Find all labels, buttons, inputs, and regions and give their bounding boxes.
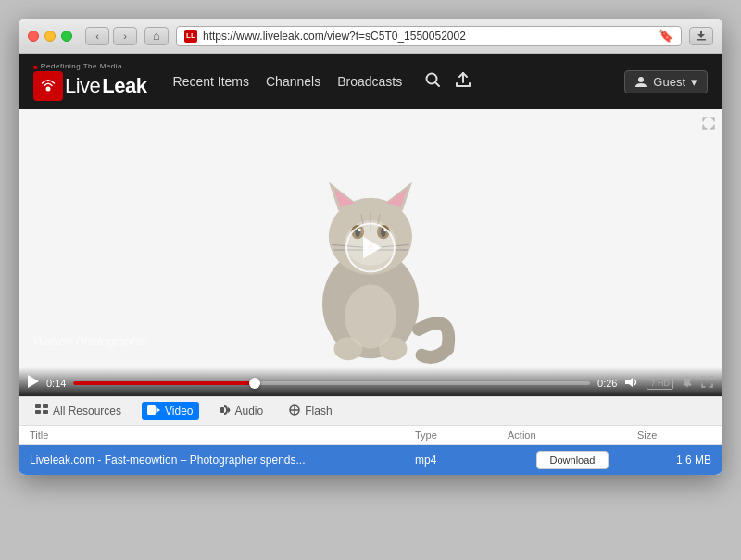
all-resources-label: All Resources	[53, 404, 121, 417]
play-pause-button[interactable]	[28, 375, 39, 391]
traffic-lights	[28, 31, 72, 42]
col-action: Action	[508, 429, 637, 441]
svg-rect-0	[697, 39, 706, 41]
svg-marker-33	[157, 407, 161, 413]
flash-tab-label: Flash	[305, 404, 332, 417]
svg-rect-32	[147, 405, 156, 415]
resource-bar: All Resources Video Audio	[19, 396, 722, 426]
url-text: https://www.liveleak.com/view?t=sC5T0_15…	[203, 30, 466, 43]
row-type: mp4	[415, 454, 508, 467]
hd-badge: 7 HD	[647, 377, 673, 390]
back-button[interactable]: ‹	[85, 27, 109, 45]
nav-channels[interactable]: Channels	[266, 74, 320, 89]
settings-icon[interactable]	[681, 375, 694, 391]
minimize-button[interactable]	[44, 31, 56, 42]
logo-text-leak: Leak	[102, 74, 146, 98]
logo-text-live: Live	[65, 74, 100, 98]
audio-tab[interactable]: Audio	[214, 402, 270, 421]
upload-icon[interactable]	[454, 71, 472, 93]
site-header: ■ Redefining The Media Live Leak Recent …	[19, 54, 722, 109]
video-tab-label: Video	[165, 404, 193, 417]
table-row: Liveleak.com - Fast-meowtion – Photograp…	[19, 445, 722, 475]
svg-line-3	[435, 82, 439, 86]
browser-window: ‹ › ⌂ LL https://www.liveleak.com/view?t…	[19, 19, 722, 475]
row-title: Liveleak.com - Fast-meowtion – Photograp…	[30, 454, 415, 467]
video-tab-icon	[147, 404, 160, 417]
user-menu-button[interactable]: Guest ▾	[624, 70, 708, 93]
all-resources-tab[interactable]: All Resources	[30, 402, 127, 420]
logo-area: ■ Redefining The Media Live Leak	[33, 62, 147, 101]
logo-tagline: Redefining The Media	[41, 62, 122, 70]
user-label: Guest	[653, 75, 685, 89]
row-action-cell: Download	[508, 451, 637, 469]
nav-recent-items[interactable]: Recent Items	[173, 74, 249, 89]
fullscreen-icon[interactable]	[701, 376, 713, 391]
svg-marker-26	[28, 375, 39, 388]
flash-tab[interactable]: Flash	[283, 402, 337, 421]
nav-icons	[424, 71, 472, 93]
logo-tagline-prefix: ■	[33, 63, 38, 71]
svg-marker-27	[625, 378, 633, 387]
play-icon	[363, 237, 382, 259]
svg-point-4	[638, 77, 644, 82]
col-title: Title	[30, 429, 415, 441]
svg-rect-28	[35, 404, 41, 408]
video-area: Warren Photographic 0:14	[19, 109, 722, 396]
bookmark-icon[interactable]: 🔖	[659, 29, 673, 43]
end-time: 0:26	[597, 378, 617, 389]
video-background: Warren Photographic 0:14	[19, 109, 722, 396]
site-nav: Recent Items Channels Broadcasts	[173, 74, 403, 89]
title-bar: ‹ › ⌂ LL https://www.liveleak.com/view?t…	[19, 19, 722, 54]
table-header: Title Type Action Size	[19, 426, 722, 445]
forward-button[interactable]: ›	[113, 27, 137, 45]
all-resources-icon	[35, 404, 48, 417]
user-chevron-icon: ▾	[691, 75, 697, 89]
search-icon[interactable]	[424, 71, 441, 93]
svg-point-25	[345, 285, 396, 349]
download-action-button[interactable]: Download	[536, 451, 609, 469]
maximize-button[interactable]	[61, 31, 72, 42]
video-controls: 0:14 0:26 7 HD	[19, 367, 722, 396]
address-bar-container: LL https://www.liveleak.com/view?t=sC5T0…	[176, 26, 682, 46]
video-watermark: Warren Photographic	[33, 334, 147, 348]
svg-point-1	[46, 87, 51, 92]
video-tab[interactable]: Video	[142, 402, 198, 420]
progress-handle[interactable]	[249, 378, 260, 389]
svg-rect-30	[35, 410, 41, 414]
play-button[interactable]	[345, 223, 396, 273]
col-size: Size	[637, 429, 711, 441]
site-favicon: LL	[184, 30, 197, 43]
svg-rect-34	[220, 407, 224, 413]
nav-broadcasts[interactable]: Broadcasts	[337, 74, 402, 89]
progress-bar[interactable]	[73, 381, 590, 385]
flash-tab-icon	[289, 404, 300, 418]
progress-fill	[73, 381, 254, 385]
col-type: Type	[415, 429, 508, 441]
nav-buttons: ‹ ›	[85, 27, 137, 45]
volume-icon[interactable]	[624, 376, 639, 391]
audio-tab-icon	[220, 404, 231, 418]
address-bar[interactable]: LL https://www.liveleak.com/view?t=sC5T0…	[176, 26, 682, 46]
svg-rect-31	[43, 410, 48, 414]
current-time: 0:14	[46, 378, 66, 389]
close-button[interactable]	[28, 31, 39, 42]
audio-tab-label: Audio	[235, 404, 264, 417]
row-size: 1.6 MB	[637, 454, 711, 467]
expand-icon[interactable]	[702, 117, 715, 132]
svg-rect-29	[43, 404, 48, 408]
download-table: Title Type Action Size Liveleak.com - Fa…	[19, 426, 722, 475]
logo-main[interactable]: Live Leak	[33, 71, 147, 101]
logo-icon	[33, 71, 63, 101]
browser-download-button[interactable]	[689, 27, 713, 45]
home-button[interactable]: ⌂	[144, 27, 169, 45]
